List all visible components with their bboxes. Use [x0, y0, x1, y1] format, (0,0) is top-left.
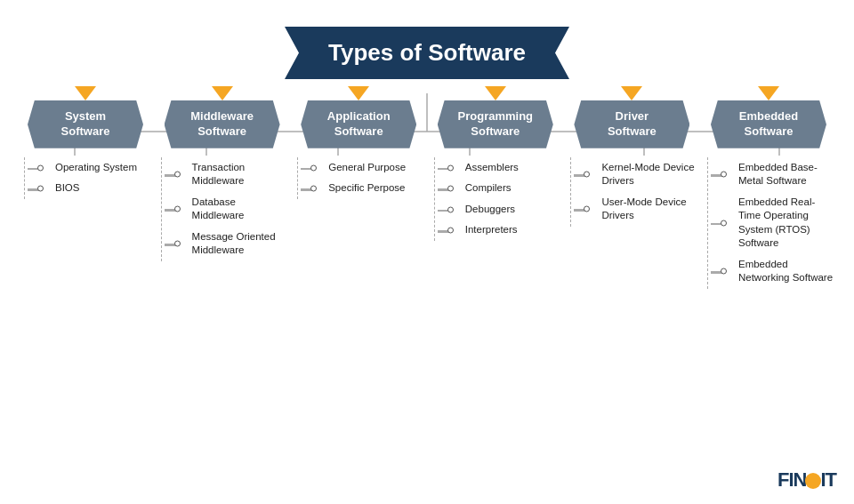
columns-row: SystemSoftware Operating System BIOS Mid… — [9, 86, 845, 289]
catbox-system-label: SystemSoftware — [61, 109, 110, 140]
logo-fin: FIN — [777, 468, 806, 491]
items-application: General Purpose Specific Perpose — [297, 157, 429, 199]
list-item: General Purpose — [302, 157, 425, 179]
list-item: User-Mode Device Drivers — [575, 192, 698, 227]
finoit-logo: FINIT — [777, 468, 836, 492]
catbox-application-label: ApplicationSoftware — [327, 109, 391, 140]
arrow-system — [75, 86, 96, 100]
catbox-driver: DriverSoftware — [574, 100, 689, 148]
items-embedded: Embedded Base-Metal Software Embedded Re… — [707, 157, 839, 289]
arrow-application — [348, 86, 369, 100]
catbox-system: SystemSoftware — [28, 100, 143, 148]
list-item: Database Middleware — [165, 192, 289, 227]
list-item: Embedded Real-Time Operating System (RTO… — [712, 192, 835, 254]
column-driver: DriverSoftware Kernel-Mode Device Driver… — [566, 86, 697, 227]
list-item: Transaction Middleware — [165, 157, 289, 192]
list-item: Embedded Networking Software — [712, 254, 835, 289]
list-item: BIOS — [28, 178, 152, 199]
list-item: Operating System — [28, 157, 152, 179]
arrow-driver — [621, 86, 642, 100]
diagram-container: Types of Software SystemSoftware Operati… — [0, 0, 854, 504]
list-item: Compilers — [439, 178, 562, 199]
main-title: Types of Software — [285, 27, 569, 79]
list-item: Specific Perpose — [302, 178, 425, 199]
logo-it: IT — [820, 468, 836, 491]
catbox-programming-label: ProgrammingSoftware — [458, 109, 534, 140]
catbox-programming: ProgrammingSoftware — [438, 100, 553, 148]
arrow-middleware — [212, 86, 233, 100]
list-item: Message Oriented Middleware — [165, 227, 289, 261]
catbox-embedded-label: EmbeddedSoftware — [739, 109, 798, 140]
catbox-application: ApplicationSoftware — [301, 100, 416, 148]
list-item: Kernel-Mode Device Drivers — [575, 157, 698, 192]
items-driver: Kernel-Mode Device Drivers User-Mode Dev… — [570, 157, 702, 227]
column-middleware: MiddlewareSoftware Transaction Middlewar… — [157, 86, 288, 261]
column-embedded: EmbeddedSoftware Embedded Base-Metal Sof… — [703, 86, 834, 289]
list-item: Interpreters — [439, 220, 562, 241]
column-application: ApplicationSoftware General Purpose Spec… — [293, 86, 424, 199]
items-system: Operating System BIOS — [24, 157, 156, 199]
catbox-embedded: EmbeddedSoftware — [711, 100, 826, 148]
arrow-programming — [485, 86, 506, 100]
catbox-middleware-label: MiddlewareSoftware — [190, 109, 254, 140]
list-item: Embedded Base-Metal Software — [712, 157, 835, 192]
catbox-middleware: MiddlewareSoftware — [165, 100, 280, 148]
arrow-embedded — [758, 86, 779, 100]
logo-o — [805, 473, 821, 489]
items-programming: Assemblers Compilers Debuggers Interpret… — [434, 157, 566, 241]
items-middleware: Transaction Middleware Database Middlewa… — [161, 157, 293, 261]
list-item: Debuggers — [439, 199, 562, 220]
column-system: SystemSoftware Operating System BIOS — [20, 86, 151, 199]
catbox-driver-label: DriverSoftware — [608, 109, 657, 140]
column-programming: ProgrammingSoftware Assemblers Compilers… — [430, 86, 561, 241]
list-item: Assemblers — [439, 157, 562, 179]
